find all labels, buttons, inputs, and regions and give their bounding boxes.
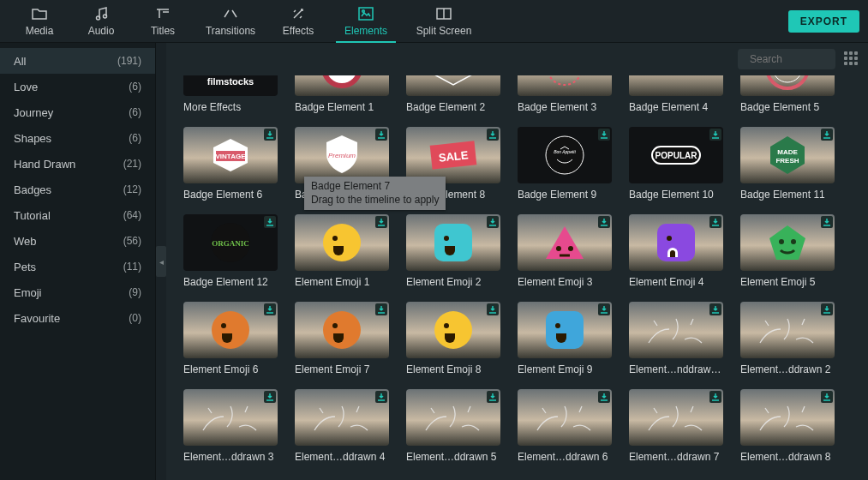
element-item[interactable]: Element Emoji 3 bbox=[518, 214, 612, 288]
element-item[interactable]: Best ChoiceBadge Element 4 bbox=[629, 75, 723, 113]
element-item[interactable]: Element Emoji 6 bbox=[183, 302, 278, 375]
element-item[interactable]: Element Emoji 1 bbox=[295, 214, 389, 288]
element-caption: Element…ddrawn 8 bbox=[740, 451, 835, 463]
sidebar-item-web[interactable]: Web(56) bbox=[0, 228, 155, 254]
sidebar-item-count: (6) bbox=[129, 106, 141, 118]
element-item[interactable]: filmstocksMore Effects bbox=[183, 75, 278, 113]
element-item[interactable]: POPULARBadge Element 10 bbox=[629, 127, 723, 201]
element-item[interactable]: Element Emoji 7 bbox=[295, 302, 389, 375]
sidebar-item-emoji[interactable]: Emoji(9) bbox=[0, 279, 155, 305]
export-button[interactable]: EXPORT bbox=[788, 10, 859, 33]
element-item[interactable]: Element…ddrawn 5 bbox=[406, 389, 500, 463]
element-caption: Element…ddrawn 7 bbox=[629, 451, 723, 463]
element-item[interactable]: Element…ddrawn 7 bbox=[629, 389, 723, 463]
sidebar-item-all[interactable]: All(191) bbox=[0, 48, 155, 74]
sidebar-item-journey[interactable]: Journey(6) bbox=[0, 99, 155, 125]
elements-scroll[interactable]: filmstocksMore EffectsADVENTUREBadge Ele… bbox=[166, 75, 868, 480]
sidebar-item-favourite[interactable]: Favourite(0) bbox=[0, 305, 155, 331]
download-icon bbox=[598, 391, 610, 403]
sidebar-item-shapes[interactable]: Shapes(6) bbox=[0, 125, 155, 151]
download-icon bbox=[487, 216, 499, 228]
element-item[interactable]: Element…ddrawn 4 bbox=[295, 389, 389, 463]
element-caption: Badge Element 3 bbox=[518, 101, 612, 113]
tab-elements[interactable]: Elements bbox=[329, 0, 403, 43]
sidebar-item-love[interactable]: Love(6) bbox=[0, 74, 155, 99]
element-caption: Element…ddrawn 2 bbox=[740, 363, 835, 375]
download-icon bbox=[375, 216, 387, 228]
element-item[interactable]: Element…ddrawn 8 bbox=[740, 389, 835, 463]
element-item[interactable]: Element Emoji 2 bbox=[406, 214, 500, 288]
tab-label: Elements bbox=[344, 25, 387, 37]
tab-label: Media bbox=[26, 25, 54, 37]
tab-titles[interactable]: Titles bbox=[132, 0, 194, 43]
tab-audio[interactable]: Audio bbox=[70, 0, 132, 43]
sidebar-item-count: (12) bbox=[123, 183, 141, 195]
sidebar-collapse-handle[interactable]: ◂ bbox=[156, 43, 166, 480]
tab-effects[interactable]: Effects bbox=[267, 0, 329, 43]
sidebar-item-count: (6) bbox=[129, 132, 141, 144]
element-item[interactable]: Element Emoji 8 bbox=[406, 302, 500, 375]
element-caption: Element Emoji 5 bbox=[740, 276, 835, 288]
element-item[interactable]: Badge Element 2 bbox=[406, 75, 500, 113]
element-item[interactable]: Element…ddrawn 6 bbox=[518, 389, 612, 463]
tab-splitscreen[interactable]: Split Screen bbox=[403, 0, 485, 43]
sidebar-item-tutorial[interactable]: Tutorial(64) bbox=[0, 202, 155, 228]
element-caption: More Effects bbox=[183, 101, 278, 113]
sidebar-item-label: Badges bbox=[14, 183, 51, 196]
transitions-icon bbox=[223, 6, 238, 21]
svg-text:ORGANIC: ORGANIC bbox=[212, 239, 249, 248]
element-caption: Element Emoji 2 bbox=[406, 276, 500, 288]
svg-point-3 bbox=[362, 9, 365, 12]
download-icon bbox=[821, 216, 833, 228]
sidebar-item-hand-drawn[interactable]: Hand Drawn(21) bbox=[0, 151, 155, 177]
element-item[interactable]: MADEFRESHBadge Element 11 bbox=[740, 127, 835, 201]
view-grid-icon[interactable] bbox=[844, 51, 859, 67]
svg-point-0 bbox=[97, 16, 100, 20]
sidebar-item-badges[interactable]: Badges(12) bbox=[0, 177, 155, 202]
element-item[interactable]: VINTAGEBadge Element 6 bbox=[183, 127, 278, 201]
element-item[interactable]: Element…nddrawn 1 bbox=[629, 302, 723, 375]
sidebar-item-count: (0) bbox=[129, 312, 141, 324]
element-item[interactable]: NEWBadge Element 3 bbox=[518, 75, 612, 113]
folder-icon bbox=[32, 6, 47, 21]
titles-icon bbox=[156, 6, 170, 21]
element-item[interactable]: Element Emoji 9 bbox=[518, 302, 612, 375]
download-icon bbox=[264, 303, 276, 315]
tab-transitions[interactable]: Transitions bbox=[194, 0, 267, 43]
element-item[interactable]: Bon AppetitBadge Element 9 bbox=[518, 127, 612, 201]
category-sidebar: All(191)Love(6)Journey(6)Shapes(6)Hand D… bbox=[0, 43, 156, 480]
svg-point-50 bbox=[556, 246, 561, 251]
sidebar-item-count: (64) bbox=[123, 209, 141, 221]
element-caption: Badge Element 9 bbox=[518, 189, 612, 201]
tab-media[interactable]: Media bbox=[9, 0, 70, 43]
element-caption: Element…ddrawn 4 bbox=[295, 451, 389, 463]
sidebar-item-count: (9) bbox=[129, 286, 141, 298]
element-item[interactable]: Element Emoji 5 bbox=[740, 214, 835, 288]
element-caption: Badge Element 5 bbox=[740, 101, 835, 113]
download-icon bbox=[264, 391, 276, 403]
element-item[interactable]: Element…ddrawn 2 bbox=[740, 302, 835, 375]
tooltip-title: Badge Element 7 bbox=[311, 180, 439, 194]
search-input[interactable] bbox=[738, 49, 835, 69]
download-icon bbox=[821, 129, 833, 141]
effects-icon bbox=[291, 6, 305, 21]
sidebar-item-label: Tutorial bbox=[14, 209, 51, 222]
sidebar-item-pets[interactable]: Pets(11) bbox=[0, 254, 155, 279]
download-icon bbox=[598, 303, 610, 315]
svg-text:Bon Appetit: Bon Appetit bbox=[554, 149, 576, 154]
svg-text:Premium: Premium bbox=[328, 152, 356, 159]
element-item[interactable]: Element Emoji 4 bbox=[629, 214, 723, 288]
element-caption: Element…ddrawn 3 bbox=[183, 451, 278, 463]
element-item[interactable]: Element…ddrawn 3 bbox=[183, 389, 278, 463]
item-tooltip: Badge Element 7 Drag to the timeline to … bbox=[304, 177, 446, 210]
download-icon bbox=[487, 129, 499, 141]
element-item[interactable]: ORGANICBadge Element 12 bbox=[183, 214, 278, 288]
element-item[interactable]: ADVENTUREBadge Element 1 bbox=[295, 75, 389, 113]
download-icon bbox=[487, 391, 499, 403]
sidebar-item-label: Favourite bbox=[14, 312, 60, 325]
svg-text:POPULAR: POPULAR bbox=[655, 151, 698, 160]
element-caption: Element…ddrawn 6 bbox=[518, 451, 612, 463]
element-item[interactable]: APPROVEDBadge Element 5 bbox=[740, 75, 835, 113]
content-toolbar bbox=[166, 43, 868, 75]
element-caption: Element Emoji 9 bbox=[518, 363, 612, 375]
